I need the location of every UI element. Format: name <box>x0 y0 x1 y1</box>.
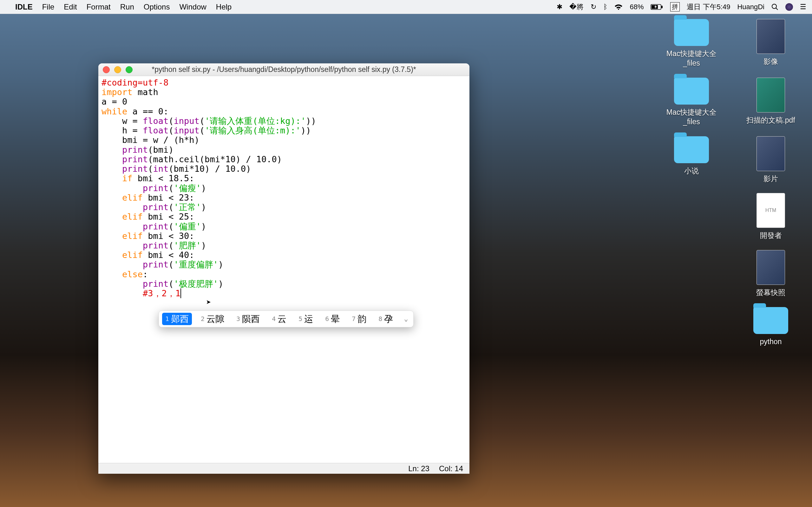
html-icon: HTM <box>757 193 785 228</box>
ime-indicator[interactable]: 拼 <box>670 2 680 11</box>
pdf-icon <box>757 78 785 112</box>
battery-percent[interactable]: 68% <box>629 3 644 11</box>
ime-candidate-bar[interactable]: 1郧西 2云隙 3陨西 4云 5运 6晕 7韵 8孕 ⌄ <box>159 311 414 327</box>
timemachine-icon[interactable]: ↻ <box>591 3 596 11</box>
menu-edit[interactable]: Edit <box>64 3 77 11</box>
ime-num: 7 <box>352 315 356 322</box>
desktop-folder[interactable]: Mac快捷键大全_files <box>660 78 723 127</box>
ime-candidate[interactable]: 1郧西 <box>162 313 192 325</box>
icon-label: 影像 <box>763 57 778 66</box>
close-button[interactable] <box>103 66 110 73</box>
image-icon <box>757 19 785 54</box>
code-fn: float <box>143 125 168 135</box>
code-str: '请输入体重(单位:kg):' <box>205 116 306 126</box>
zoom-button[interactable] <box>125 66 133 73</box>
menu-run[interactable]: Run <box>120 3 134 11</box>
window-title: *python self six.py - /Users/huangdi/Des… <box>98 65 469 74</box>
menu-options[interactable]: Options <box>144 3 170 11</box>
antivirus-icon[interactable]: ✱ <box>557 3 562 11</box>
code-editor[interactable]: #coding=utf-8 import math a = 0 while a … <box>98 76 469 463</box>
code-text: ( <box>168 183 173 193</box>
icon-row: 螢幕快照 <box>660 250 803 297</box>
file-ext: HTM <box>765 208 776 213</box>
code-str: '偏重' <box>174 222 201 231</box>
folder-icon <box>674 136 709 163</box>
app-name[interactable]: IDLE <box>15 3 33 11</box>
code-text <box>101 145 122 155</box>
folder-icon <box>674 19 709 46</box>
code-fn: print <box>143 279 168 289</box>
menubar-left: IDLE File Edit Format Run Options Window… <box>6 3 232 11</box>
code-str: '请输入身高(单位:m):' <box>205 125 301 135</box>
folder-icon <box>674 78 709 105</box>
date-time[interactable]: 週日 下午5:49 <box>687 2 730 12</box>
ime-num: 5 <box>299 315 302 322</box>
idle-editor-window: *python self six.py - /Users/huangdi/Des… <box>98 63 469 474</box>
code-text <box>101 288 143 298</box>
minimize-button[interactable] <box>114 66 121 73</box>
code-kw: import <box>101 87 133 97</box>
ime-candidate[interactable]: 2云隙 <box>198 313 227 325</box>
ime-num: 1 <box>165 315 169 322</box>
code-text: w = <box>101 116 143 126</box>
bluetooth-icon[interactable]: ᛒ <box>603 3 607 11</box>
ime-candidate[interactable]: 4云 <box>269 313 290 325</box>
battery-icon[interactable] <box>651 4 663 10</box>
code-text: ( <box>168 116 173 126</box>
ime-text: 郧西 <box>171 314 189 324</box>
desktop-folder[interactable]: Mac快捷键大全_files <box>660 19 723 68</box>
traffic-lights <box>103 66 133 73</box>
titlebar[interactable]: *python self six.py - /Users/huangdi/Des… <box>98 63 469 76</box>
folder-icon <box>753 307 788 334</box>
user-name[interactable]: HuangDi <box>737 3 764 11</box>
ime-num: 4 <box>272 315 275 322</box>
desktop-file[interactable]: 影片 <box>739 136 803 184</box>
code-text: ( <box>168 125 173 135</box>
icon-label: python <box>760 337 781 347</box>
desktop-file[interactable]: 影像 <box>739 19 803 68</box>
ime-candidate[interactable]: 8孕 <box>375 313 396 325</box>
code-text: ( <box>200 116 205 126</box>
desktop-folder[interactable]: 小说 <box>660 136 723 184</box>
code-kw: elif <box>122 212 143 222</box>
code-fn: print <box>122 164 148 174</box>
statusbar: Ln: 23 Col: 14 <box>98 463 469 474</box>
ime-num: 3 <box>236 315 240 322</box>
code-text: bmi < 18.5: <box>133 173 194 183</box>
ime-candidate[interactable]: 6晕 <box>322 313 343 325</box>
code-text: )) <box>306 116 316 126</box>
status-line: Ln: 23 <box>408 464 429 473</box>
code-text <box>101 202 143 212</box>
desktop-file[interactable]: 扫描的文稿.pdf <box>739 78 803 127</box>
menu-help[interactable]: Help <box>216 3 232 11</box>
icon-label: 小说 <box>684 166 699 176</box>
desktop-folder[interactable]: python <box>739 307 803 347</box>
code-text: ( <box>168 222 173 231</box>
desktop-file[interactable]: HTM開發者 <box>739 193 803 240</box>
code-str: '极度肥胖' <box>174 279 218 289</box>
code-fn: print <box>143 240 168 250</box>
menu-file[interactable]: File <box>42 3 55 11</box>
icon-label: 螢幕快照 <box>756 288 785 297</box>
code-str: '肥胖' <box>174 240 201 250</box>
desktop-file[interactable]: 螢幕快照 <box>739 250 803 297</box>
ime-candidate[interactable]: 3陨西 <box>233 313 263 325</box>
chevron-down-icon[interactable]: ⌄ <box>402 315 410 323</box>
menu-format[interactable]: Format <box>87 3 111 11</box>
ime-text: 韵 <box>357 314 366 324</box>
siri-icon[interactable] <box>785 3 793 11</box>
spotlight-icon[interactable] <box>771 3 778 10</box>
code-line: #coding=utf-8 <box>101 78 168 88</box>
notification-center-icon[interactable]: ☰ <box>800 3 806 11</box>
code-text: ) <box>218 279 223 289</box>
wifi-signal-icon[interactable]: �將 <box>569 2 583 12</box>
wifi-icon[interactable] <box>614 4 623 10</box>
code-text: bmi < 25: <box>143 212 194 222</box>
code-text: bmi < 30: <box>143 231 194 241</box>
ime-candidate[interactable]: 7韵 <box>349 313 369 325</box>
icon-label: Mac快捷键大全_files <box>660 108 723 127</box>
menu-window[interactable]: Window <box>179 3 206 11</box>
svg-point-3 <box>772 4 776 9</box>
ime-text: 孕 <box>384 314 393 324</box>
ime-candidate[interactable]: 5运 <box>295 313 316 325</box>
